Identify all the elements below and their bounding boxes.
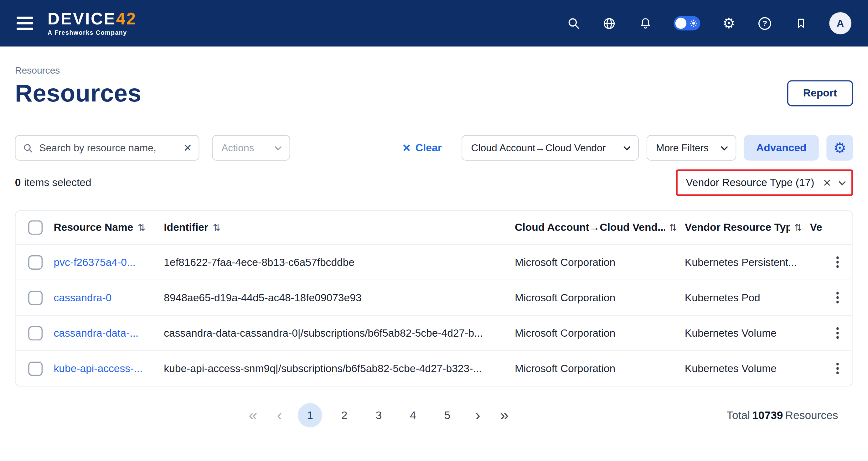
toggle-knob (675, 18, 686, 29)
settings-gear-icon[interactable]: ⚙ (721, 16, 737, 31)
resource-name-link[interactable]: cassandra-data-... (54, 327, 138, 339)
cloud-account-cell: Microsoft Corporation (515, 362, 685, 375)
resource-name-link[interactable]: kube-api-access-... (54, 362, 143, 375)
column-header-truncated: Ve (810, 221, 831, 234)
table-row: pvc-f26375a4-0... 1ef81622-7faa-4ece-8b1… (16, 244, 852, 280)
page-button-1[interactable]: 1 (298, 403, 322, 428)
logo-text: DEVICE42 (48, 11, 137, 27)
advanced-button[interactable]: Advanced (744, 135, 819, 160)
last-page-button[interactable]: » (496, 407, 513, 423)
cloud-vendor-label: Cloud Account→Cloud Vendor (471, 142, 606, 153)
column-header-vendor-resource-type: Vendor Resource Type ⇅ (685, 221, 810, 234)
row-checkbox[interactable] (28, 326, 42, 340)
breadcrumb-resources[interactable]: Resources (15, 65, 60, 76)
row-kebab-menu-icon[interactable] (835, 326, 840, 340)
resource-search-box: × (15, 135, 199, 160)
next-page-button[interactable]: › (469, 407, 486, 423)
theme-toggle[interactable] (674, 16, 700, 30)
row-kebab-menu-icon[interactable] (835, 255, 840, 270)
page-title: Resources (15, 79, 142, 107)
title-row: Resources Report (15, 79, 853, 107)
pager: « ‹ 1 2 3 4 5 › » (245, 403, 513, 428)
filter-bar: × Actions × Clear Cloud Account→Cloud Ve… (15, 135, 853, 160)
annotation-highlight-box: Vendor Resource Type (17) × (676, 170, 853, 196)
column-header-resource-name: Resource Name ⇅ (54, 221, 164, 234)
row-checkbox[interactable] (28, 255, 42, 269)
sort-icon[interactable]: ⇅ (213, 222, 220, 233)
row-checkbox[interactable] (28, 290, 42, 305)
cloud-account-cell: Microsoft Corporation (515, 256, 685, 268)
actions-label: Actions (221, 142, 254, 153)
clear-x-icon: × (403, 141, 410, 154)
table-row: cassandra-data-... cassandra-data-cassan… (16, 315, 852, 350)
select-all-checkbox[interactable] (28, 220, 42, 235)
row-kebab-menu-icon[interactable] (835, 361, 840, 376)
report-button[interactable]: Report (787, 80, 853, 106)
user-avatar[interactable]: A (829, 12, 851, 34)
identifier-cell: 1ef81622-7faa-4ece-8b13-c6a57fbcddbe (164, 256, 515, 268)
header-label: Resource Name (54, 221, 133, 234)
chip-remove-icon[interactable]: × (823, 176, 831, 189)
logo-main-text: DEVICE (48, 9, 116, 28)
items-selected-text: 0items selected (15, 177, 91, 189)
header-label: Ve (810, 221, 822, 234)
search-clear-icon[interactable]: × (184, 141, 192, 154)
selection-row: 0items selected Vendor Resource Type (17… (15, 170, 853, 196)
vendor-type-cell: Kubernetes Persistent... (685, 256, 810, 268)
question-mark: ? (758, 17, 771, 30)
chevron-down-icon (275, 144, 282, 151)
hamburger-menu-icon[interactable] (17, 17, 33, 30)
header-label: Identifier (164, 221, 208, 234)
table-header-row: Resource Name ⇅ Identifier ⇅ Cloud Accou… (16, 211, 852, 244)
vendor-type-cell: Kubernetes Volume (685, 327, 810, 339)
total-suffix: Resources (785, 409, 838, 421)
sort-icon[interactable]: ⇅ (794, 222, 802, 233)
page-button-4[interactable]: 4 (401, 403, 425, 428)
main-content: Resources Resources Report × Actions × C… (0, 65, 868, 429)
identifier-cell: 8948ae65-d19a-44d5-ac48-18fe09073e93 (164, 291, 515, 304)
column-header-identifier: Identifier ⇅ (164, 221, 515, 234)
row-checkbox[interactable] (28, 361, 42, 376)
sort-icon[interactable]: ⇅ (669, 222, 677, 233)
cloud-account-cell: Microsoft Corporation (515, 327, 685, 339)
help-icon[interactable]: ? (757, 16, 772, 31)
clear-filters-button[interactable]: × Clear (403, 141, 442, 154)
filter-settings-gear-icon[interactable]: ⚙ (826, 135, 853, 160)
globe-icon[interactable] (602, 16, 617, 31)
page-button-3[interactable]: 3 (366, 403, 391, 428)
page-button-2[interactable]: 2 (332, 403, 356, 428)
search-magnifier-icon (23, 143, 33, 153)
vendor-type-cell: Kubernetes Volume (685, 362, 810, 375)
search-input[interactable] (38, 142, 179, 154)
bell-icon[interactable] (638, 16, 653, 31)
resource-name-link[interactable]: cassandra-0 (54, 291, 112, 304)
more-filters-label: More Filters (656, 142, 709, 153)
sun-icon (690, 20, 698, 27)
more-filters-dropdown[interactable]: More Filters (647, 135, 736, 160)
first-page-button[interactable]: « (245, 407, 261, 423)
logo-subtitle: A Freshworks Company (48, 29, 137, 36)
identifier-cell: kube-api-access-snm9q|/subscriptions/b6f… (164, 362, 515, 375)
bookmark-icon[interactable] (793, 16, 808, 31)
table-row: cassandra-0 8948ae65-d19a-44d5-ac48-18fe… (16, 280, 852, 315)
search-icon[interactable] (566, 16, 581, 31)
navbar-actions: ⚙ ? A (566, 12, 851, 34)
total-count: 10739 (752, 409, 783, 421)
selected-count: 0 (15, 177, 21, 188)
prev-page-button[interactable]: ‹ (271, 407, 288, 423)
chevron-down-icon (623, 144, 631, 151)
vendor-resource-type-chip[interactable]: Vendor Resource Type (17) (686, 177, 814, 189)
sort-icon[interactable]: ⇅ (138, 222, 146, 233)
page-button-5[interactable]: 5 (435, 403, 460, 428)
chevron-down-icon (721, 144, 728, 151)
header-label: Cloud Account→Cloud Vend... (515, 221, 665, 234)
device42-logo[interactable]: DEVICE42 A Freshworks Company (48, 11, 137, 36)
vendor-type-cell: Kubernetes Pod (685, 291, 810, 304)
table-row: kube-api-access-... kube-api-access-snm9… (16, 350, 852, 386)
resources-table: Resource Name ⇅ Identifier ⇅ Cloud Accou… (15, 211, 853, 387)
cloud-vendor-dropdown[interactable]: Cloud Account→Cloud Vendor (462, 135, 639, 160)
actions-dropdown[interactable]: Actions (212, 135, 290, 160)
chip-chevron-down-icon[interactable] (839, 178, 846, 185)
resource-name-link[interactable]: pvc-f26375a4-0... (54, 256, 135, 268)
row-kebab-menu-icon[interactable] (835, 290, 840, 305)
